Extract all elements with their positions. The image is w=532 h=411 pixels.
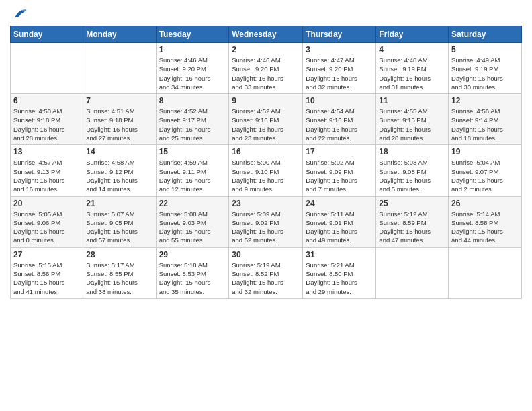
- calendar-header-row: SundayMondayTuesdayWednesdayThursdayFrid…: [11, 26, 522, 43]
- day-number: 27: [13, 250, 80, 259]
- day-number: 18: [379, 147, 445, 156]
- day-info: Sunrise: 4:47 AMSunset: 9:20 PMDaylight:…: [306, 56, 373, 91]
- calendar-cell: 24Sunrise: 5:11 AMSunset: 9:01 PMDayligh…: [303, 196, 376, 247]
- calendar-cell: 4Sunrise: 4:48 AMSunset: 9:19 PMDaylight…: [376, 43, 449, 94]
- calendar-cell: [376, 247, 449, 298]
- calendar-cell: 22Sunrise: 5:08 AMSunset: 9:03 PMDayligh…: [156, 196, 229, 247]
- day-info: Sunrise: 5:18 AMSunset: 8:53 PMDaylight:…: [159, 261, 226, 296]
- day-number: 13: [13, 147, 80, 156]
- calendar-cell: 19Sunrise: 5:04 AMSunset: 9:07 PMDayligh…: [449, 145, 522, 196]
- day-number: 10: [306, 96, 373, 105]
- day-info: Sunrise: 5:21 AMSunset: 8:50 PMDaylight:…: [306, 261, 373, 296]
- day-number: 17: [306, 147, 373, 156]
- day-number: 3: [306, 45, 373, 54]
- day-info: Sunrise: 4:56 AMSunset: 9:14 PMDaylight:…: [451, 107, 519, 142]
- day-number: 15: [159, 147, 226, 156]
- day-number: 8: [159, 96, 226, 105]
- day-info: Sunrise: 4:50 AMSunset: 9:18 PMDaylight:…: [13, 107, 80, 142]
- day-number: 20: [13, 199, 80, 208]
- calendar-cell: 8Sunrise: 4:52 AMSunset: 9:17 PMDaylight…: [156, 94, 229, 145]
- day-number: 12: [451, 96, 519, 105]
- day-info: Sunrise: 4:55 AMSunset: 9:15 PMDaylight:…: [379, 107, 445, 142]
- logo: [10, 7, 28, 21]
- calendar-cell: 27Sunrise: 5:15 AMSunset: 8:56 PMDayligh…: [11, 247, 83, 298]
- calendar-cell: 29Sunrise: 5:18 AMSunset: 8:53 PMDayligh…: [156, 247, 229, 298]
- day-number: 1: [159, 45, 226, 54]
- day-info: Sunrise: 4:46 AMSunset: 9:20 PMDaylight:…: [159, 56, 226, 91]
- day-info: Sunrise: 5:15 AMSunset: 8:56 PMDaylight:…: [13, 261, 80, 296]
- day-number: 6: [13, 96, 80, 105]
- page: SundayMondayTuesdayWednesdayThursdayFrid…: [0, 0, 532, 411]
- day-info: Sunrise: 4:48 AMSunset: 9:19 PMDaylight:…: [379, 56, 445, 91]
- calendar-cell: 31Sunrise: 5:21 AMSunset: 8:50 PMDayligh…: [303, 247, 376, 298]
- calendar-cell: 17Sunrise: 5:02 AMSunset: 9:09 PMDayligh…: [303, 145, 376, 196]
- day-info: Sunrise: 4:59 AMSunset: 9:11 PMDaylight:…: [159, 158, 226, 193]
- calendar-cell: 13Sunrise: 4:57 AMSunset: 9:13 PMDayligh…: [11, 145, 83, 196]
- calendar-cell: 21Sunrise: 5:07 AMSunset: 9:05 PMDayligh…: [83, 196, 156, 247]
- calendar-cell: 2Sunrise: 4:46 AMSunset: 9:20 PMDaylight…: [229, 43, 303, 94]
- calendar-cell: 5Sunrise: 4:49 AMSunset: 9:19 PMDaylight…: [449, 43, 522, 94]
- calendar: SundayMondayTuesdayWednesdayThursdayFrid…: [10, 26, 522, 299]
- day-info: Sunrise: 5:14 AMSunset: 8:58 PMDaylight:…: [451, 210, 519, 245]
- day-number: 4: [379, 45, 445, 54]
- day-info: Sunrise: 4:49 AMSunset: 9:19 PMDaylight:…: [451, 56, 519, 91]
- day-number: 29: [159, 250, 226, 259]
- day-header-thursday: Thursday: [303, 26, 376, 43]
- calendar-cell: 3Sunrise: 4:47 AMSunset: 9:20 PMDaylight…: [303, 43, 376, 94]
- calendar-cell: [83, 43, 156, 94]
- day-number: 25: [379, 199, 445, 208]
- week-row-3: 13Sunrise: 4:57 AMSunset: 9:13 PMDayligh…: [11, 145, 522, 196]
- day-info: Sunrise: 4:46 AMSunset: 9:20 PMDaylight:…: [232, 56, 300, 91]
- day-info: Sunrise: 5:04 AMSunset: 9:07 PMDaylight:…: [451, 158, 519, 193]
- logo-bird-icon: [13, 7, 28, 21]
- calendar-cell: 20Sunrise: 5:05 AMSunset: 9:06 PMDayligh…: [11, 196, 83, 247]
- day-info: Sunrise: 5:05 AMSunset: 9:06 PMDaylight:…: [13, 210, 80, 245]
- calendar-cell: 18Sunrise: 5:03 AMSunset: 9:08 PMDayligh…: [376, 145, 449, 196]
- week-row-2: 6Sunrise: 4:50 AMSunset: 9:18 PMDaylight…: [11, 94, 522, 145]
- calendar-cell: 14Sunrise: 4:58 AMSunset: 9:12 PMDayligh…: [83, 145, 156, 196]
- calendar-cell: 1Sunrise: 4:46 AMSunset: 9:20 PMDaylight…: [156, 43, 229, 94]
- day-number: 2: [232, 45, 300, 54]
- day-info: Sunrise: 5:00 AMSunset: 9:10 PMDaylight:…: [232, 158, 300, 193]
- calendar-cell: 11Sunrise: 4:55 AMSunset: 9:15 PMDayligh…: [376, 94, 449, 145]
- day-number: 21: [86, 199, 152, 208]
- day-info: Sunrise: 4:52 AMSunset: 9:16 PMDaylight:…: [232, 107, 300, 142]
- calendar-cell: 30Sunrise: 5:19 AMSunset: 8:52 PMDayligh…: [229, 247, 303, 298]
- day-info: Sunrise: 5:03 AMSunset: 9:08 PMDaylight:…: [379, 158, 445, 193]
- day-header-friday: Friday: [376, 26, 449, 43]
- day-number: 24: [306, 199, 373, 208]
- calendar-cell: [449, 247, 522, 298]
- calendar-cell: 10Sunrise: 4:54 AMSunset: 9:16 PMDayligh…: [303, 94, 376, 145]
- day-header-wednesday: Wednesday: [229, 26, 303, 43]
- calendar-cell: 28Sunrise: 5:17 AMSunset: 8:55 PMDayligh…: [83, 247, 156, 298]
- calendar-cell: 9Sunrise: 4:52 AMSunset: 9:16 PMDaylight…: [229, 94, 303, 145]
- calendar-cell: 23Sunrise: 5:09 AMSunset: 9:02 PMDayligh…: [229, 196, 303, 247]
- day-info: Sunrise: 5:02 AMSunset: 9:09 PMDaylight:…: [306, 158, 373, 193]
- calendar-cell: 12Sunrise: 4:56 AMSunset: 9:14 PMDayligh…: [449, 94, 522, 145]
- calendar-cell: 16Sunrise: 5:00 AMSunset: 9:10 PMDayligh…: [229, 145, 303, 196]
- day-number: 26: [451, 199, 519, 208]
- day-info: Sunrise: 5:17 AMSunset: 8:55 PMDaylight:…: [86, 261, 152, 296]
- calendar-cell: 15Sunrise: 4:59 AMSunset: 9:11 PMDayligh…: [156, 145, 229, 196]
- day-info: Sunrise: 4:51 AMSunset: 9:18 PMDaylight:…: [86, 107, 152, 142]
- day-number: 16: [232, 147, 300, 156]
- day-number: 31: [306, 250, 373, 259]
- day-info: Sunrise: 4:54 AMSunset: 9:16 PMDaylight:…: [306, 107, 373, 142]
- day-header-sunday: Sunday: [11, 26, 83, 43]
- week-row-1: 1Sunrise: 4:46 AMSunset: 9:20 PMDaylight…: [11, 43, 522, 94]
- day-number: 30: [232, 250, 300, 259]
- calendar-cell: 7Sunrise: 4:51 AMSunset: 9:18 PMDaylight…: [83, 94, 156, 145]
- day-info: Sunrise: 4:58 AMSunset: 9:12 PMDaylight:…: [86, 158, 152, 193]
- calendar-cell: 25Sunrise: 5:12 AMSunset: 8:59 PMDayligh…: [376, 196, 449, 247]
- day-header-saturday: Saturday: [449, 26, 522, 43]
- day-header-monday: Monday: [83, 26, 156, 43]
- day-info: Sunrise: 5:08 AMSunset: 9:03 PMDaylight:…: [159, 210, 226, 245]
- day-number: 23: [232, 199, 300, 208]
- day-number: 11: [379, 96, 445, 105]
- day-number: 7: [86, 96, 152, 105]
- week-row-5: 27Sunrise: 5:15 AMSunset: 8:56 PMDayligh…: [11, 247, 522, 298]
- day-number: 14: [86, 147, 152, 156]
- header: [10, 7, 522, 21]
- calendar-cell: [11, 43, 83, 94]
- day-number: 9: [232, 96, 300, 105]
